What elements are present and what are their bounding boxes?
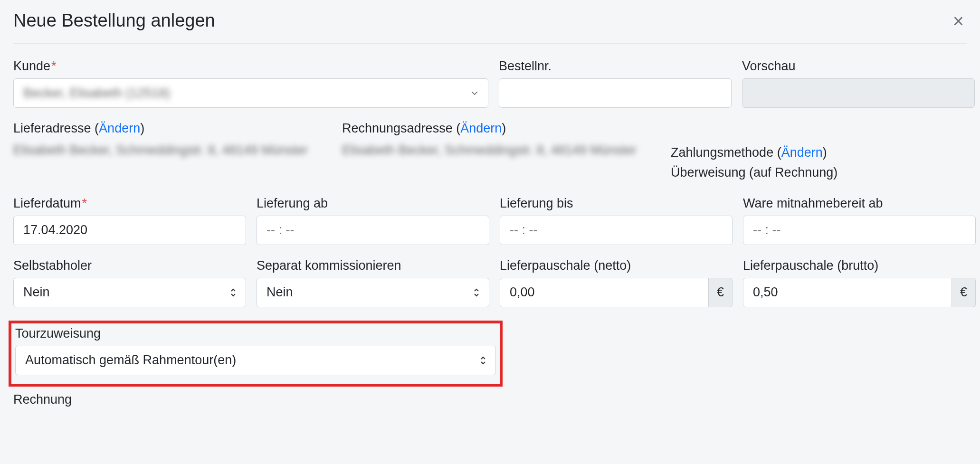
ware-ab-label: Ware mitnahmebereit ab	[743, 196, 976, 211]
lp-brutto-label: Lieferpauschale (brutto)	[743, 258, 976, 273]
lieferadresse-text: Elisabeth Becker, Schmeddingstr. 8, 4814…	[13, 141, 332, 161]
sep-komm-label: Separat kommissionieren	[257, 258, 489, 273]
rechnung-heading: Rechnung	[13, 392, 967, 407]
euro-icon: €	[709, 278, 733, 307]
close-icon[interactable]: ×	[950, 11, 967, 30]
rechnungsadresse-label-text: Rechnungsadresse	[342, 121, 453, 135]
bestellnr-label: Bestellnr.	[499, 59, 732, 74]
lieferung-bis-input[interactable]: -- : --	[500, 216, 733, 245]
rechnungsadresse-label: Rechnungsadresse (Ändern)	[342, 121, 660, 136]
lieferung-ab-label: Lieferung ab	[257, 196, 489, 211]
kunde-select[interactable]: Becker, Elisabeth (12518)	[13, 78, 488, 108]
tourzuweisung-label: Tourzuweisung	[15, 326, 496, 341]
rechnungsadresse-text: Elisabeth Becker, Schmeddingstr. 8, 4814…	[342, 141, 660, 161]
tourzuweisung-select[interactable]: Automatisch gemäß Rahmentour(en)	[15, 346, 496, 375]
zahlungsmethode-value: Überweisung (auf Rechnung)	[671, 163, 967, 183]
zahlungsmethode-label-text: Zahlungsmethode	[671, 145, 773, 160]
lieferdatum-input[interactable]: 17.04.2020	[13, 216, 246, 245]
selbstabholer-label: Selbstabholer	[13, 258, 246, 273]
sep-komm-select[interactable]: Nein	[257, 278, 489, 307]
page-title: Neue Bestellung anlegen	[13, 10, 215, 31]
lieferung-bis-label: Lieferung bis	[500, 196, 733, 211]
required-star-icon: *	[82, 196, 87, 210]
vorschau-label: Vorschau	[742, 59, 975, 74]
kunde-label: Kunde*	[13, 59, 488, 74]
bestellnr-input[interactable]	[499, 78, 732, 108]
lp-brutto-input[interactable]: 0,50	[743, 278, 952, 307]
lp-netto-label: Lieferpauschale (netto)	[500, 258, 733, 273]
euro-icon: €	[952, 278, 976, 307]
lieferung-ab-input[interactable]: -- : --	[257, 216, 489, 245]
lieferdatum-label-text: Lieferdatum	[13, 196, 81, 210]
lp-netto-input[interactable]: 0,00	[500, 278, 709, 307]
vorschau-display	[742, 78, 975, 108]
lieferadresse-label-text: Lieferadresse	[13, 121, 91, 135]
lieferdatum-label: Lieferdatum*	[13, 196, 246, 211]
lieferadresse-change-link[interactable]: Ändern	[99, 121, 140, 135]
rechnungsadresse-change-link[interactable]: Ändern	[460, 121, 502, 135]
kunde-value: Becker, Elisabeth (12518)	[23, 86, 170, 101]
zahlungsmethode-label: Zahlungsmethode (Ändern)	[671, 143, 967, 163]
tourzuweisung-highlight: Tourzuweisung Automatisch gemäß Rahmento…	[9, 321, 503, 387]
selbstabholer-select[interactable]: Nein	[13, 278, 246, 307]
required-star-icon: *	[51, 59, 57, 73]
lieferadresse-label: Lieferadresse (Ändern)	[13, 121, 332, 136]
zahlungsmethode-change-link[interactable]: Ändern	[781, 145, 823, 160]
ware-ab-input[interactable]: -- : --	[743, 216, 976, 245]
kunde-label-text: Kunde	[13, 59, 50, 73]
